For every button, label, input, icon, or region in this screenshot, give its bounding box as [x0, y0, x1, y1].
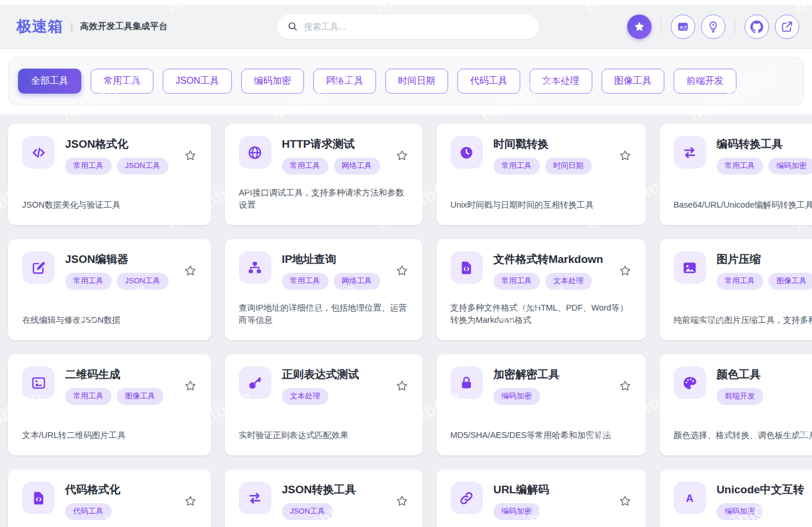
favorite-button[interactable] — [614, 494, 632, 508]
search-bar[interactable] — [277, 15, 539, 39]
tool-description: 实时验证正则表达式匹配效果 — [239, 429, 409, 442]
filter-chip[interactable]: JSON工具 — [163, 69, 232, 94]
tool-card[interactable]: IP地址查询 常用工具网络工具 查询IP地址的详细信息，包括地理位置、运营商等信… — [225, 239, 423, 340]
tool-tag: 常用工具 — [493, 158, 540, 175]
filter-chip[interactable]: 代码工具 — [457, 69, 520, 94]
sitemap-icon — [239, 251, 271, 284]
tool-title: 代码格式化 — [65, 482, 120, 497]
favorite-button[interactable] — [391, 149, 409, 162]
tool-title: 颜色工具 — [717, 367, 763, 382]
favorite-button[interactable] — [614, 264, 632, 277]
card-header: URL编解码 编码加密 — [450, 482, 632, 520]
card-header: 二维码生成 常用工具图像工具 — [22, 366, 197, 405]
swap-icon — [674, 136, 706, 169]
tool-title: 二维码生成 — [65, 367, 163, 382]
tool-tags: 常用工具JSON工具 — [65, 273, 169, 290]
github-button[interactable] — [745, 15, 769, 39]
card-header: 文件格式转Markdown 常用工具文本处理 — [450, 251, 632, 290]
tool-title: 图片压缩 — [717, 252, 812, 267]
card-header: JSON转换工具 JSON工具 — [239, 482, 409, 520]
app-header: 极速箱 | 高效开发工具集成平台 A文 — [0, 5, 812, 49]
tool-tags: 常用工具网络工具 — [282, 273, 380, 290]
tool-title: JSON转换工具 — [282, 482, 356, 497]
favorite-button[interactable] — [179, 379, 197, 393]
header-divider — [661, 19, 661, 34]
svg-text:文: 文 — [683, 24, 688, 30]
card-header: A Unicode中文互转 编码加密 — [674, 482, 812, 520]
tool-card[interactable]: 时间戳转换 常用工具时间日期 Unix时间戳与日期时间的互相转换工具 — [437, 124, 646, 225]
tool-description: MD5/SHA/AES/DES等常用哈希和加密算法 — [450, 429, 632, 442]
filter-chip[interactable]: 时间日期 — [385, 69, 448, 94]
tool-card[interactable]: A Unicode中文互转 编码加密 — [660, 469, 812, 527]
key-icon — [239, 366, 271, 399]
image-icon — [674, 251, 706, 284]
tool-card[interactable]: 图片压缩 常用工具图像工具 纯前端实现的图片压缩工具，支持多种格式 — [660, 239, 812, 340]
filter-chip[interactable]: 文本处理 — [530, 69, 592, 94]
tool-tags: 编码加密 — [493, 503, 549, 520]
theme-tip-button[interactable] — [701, 15, 725, 39]
card-header: HTTP请求测试 常用工具网络工具 — [239, 136, 409, 175]
tool-description: API接口调试工具，支持多种请求方法和参数设置 — [239, 187, 409, 212]
tool-card[interactable]: 颜色工具 前端开发 颜色选择、格式转换、调色板生成工具 — [660, 354, 812, 455]
tool-tag: JSON工具 — [117, 273, 169, 290]
svg-text:A: A — [686, 492, 693, 504]
tool-tags: 常用工具文本处理 — [493, 273, 603, 290]
tool-card[interactable]: JSON转换工具 JSON工具 — [225, 469, 423, 527]
tool-title: JSON编辑器 — [65, 252, 169, 267]
favorite-button[interactable] — [391, 494, 409, 508]
tool-tag: 前端开发 — [717, 388, 763, 405]
search-input[interactable] — [304, 22, 529, 31]
favorite-button[interactable] — [179, 149, 197, 162]
filter-chip[interactable]: 全部工具 — [18, 69, 81, 94]
tool-tag: 编码加密 — [493, 503, 540, 520]
card-header: 图片压缩 常用工具图像工具 — [674, 251, 812, 290]
card-header: IP地址查询 常用工具网络工具 — [239, 251, 409, 290]
tool-card[interactable]: JSON格式化 常用工具JSON工具 JSON数据美化与验证工具 — [8, 124, 211, 225]
tool-title: URL编解码 — [493, 482, 549, 497]
tool-card[interactable]: 编码转换工具 常用工具编码加密 Base64/URL/Unicode编解码转换工… — [660, 124, 812, 225]
tool-card[interactable]: JSON编辑器 常用工具JSON工具 在线编辑与修改JSON数据 — [8, 239, 211, 340]
tool-card[interactable]: 代码格式化 代码工具 — [8, 469, 211, 527]
tool-description: Unix时间戳与日期时间的互相转换工具 — [450, 199, 632, 212]
favorite-button[interactable] — [179, 494, 197, 508]
tool-description: Base64/URL/Unicode编解码转换工具 — [674, 199, 812, 212]
favorites-button[interactable] — [627, 15, 652, 39]
tool-card[interactable]: 正则表达式测试 文本处理 实时验证正则表达式匹配效果 — [225, 354, 423, 455]
tool-tag: 常用工具 — [717, 273, 763, 290]
tool-description: 查询IP地址的详细信息，包括地理位置、运营商等信息 — [239, 302, 409, 327]
tool-card[interactable]: URL编解码 编码加密 — [437, 469, 646, 527]
external-link-button[interactable] — [775, 15, 799, 39]
link-icon — [450, 482, 483, 514]
star-outline-icon — [618, 149, 632, 162]
tool-title: IP地址查询 — [282, 252, 380, 267]
tool-card[interactable]: HTTP请求测试 常用工具网络工具 API接口调试工具，支持多种请求方法和参数设… — [225, 124, 423, 225]
tool-description: 颜色选择、格式转换、调色板生成工具 — [674, 429, 812, 442]
file-code-icon — [450, 251, 483, 284]
filter-chip[interactable]: 常用工具 — [91, 69, 153, 94]
tool-tag: 常用工具 — [65, 388, 112, 405]
star-outline-icon — [395, 264, 409, 277]
tool-card[interactable]: 二维码生成 常用工具图像工具 文本/URL转二维码图片工具 — [8, 354, 211, 455]
tool-tag: JSON工具 — [117, 158, 169, 175]
translate-button[interactable]: A文 — [671, 15, 695, 39]
tool-description: 文本/URL转二维码图片工具 — [22, 429, 197, 442]
card-header: 正则表达式测试 文本处理 — [239, 366, 409, 405]
filter-chip[interactable]: 编码加密 — [241, 69, 304, 94]
tool-card[interactable]: 文件格式转Markdown 常用工具文本处理 支持多种文件格式（如HTML、PD… — [437, 239, 646, 340]
filter-chip[interactable]: 网络工具 — [313, 69, 376, 94]
tool-tag: 常用工具 — [65, 273, 112, 290]
filter-chip[interactable]: 图像工具 — [602, 69, 664, 94]
favorite-button[interactable] — [391, 264, 409, 277]
tool-tags: 前端开发 — [717, 388, 763, 405]
tool-tag: 常用工具 — [282, 158, 328, 175]
tool-card[interactable]: 加密解密工具 编码加密 MD5/SHA/AES/DES等常用哈希和加密算法 — [437, 354, 646, 455]
favorite-button[interactable] — [179, 264, 197, 277]
tool-tags: 编码加密 — [717, 503, 804, 520]
tool-title: 编码转换工具 — [717, 137, 812, 152]
filter-chip[interactable]: 前端开发 — [674, 69, 736, 94]
tools-grid: JSON格式化 常用工具JSON工具 JSON数据美化与验证工具 HTTP请求测… — [0, 115, 812, 527]
favorite-button[interactable] — [391, 379, 409, 393]
favorite-button[interactable] — [614, 379, 632, 393]
favorite-button[interactable] — [614, 149, 632, 162]
tool-tags: 常用工具JSON工具 — [65, 158, 169, 175]
